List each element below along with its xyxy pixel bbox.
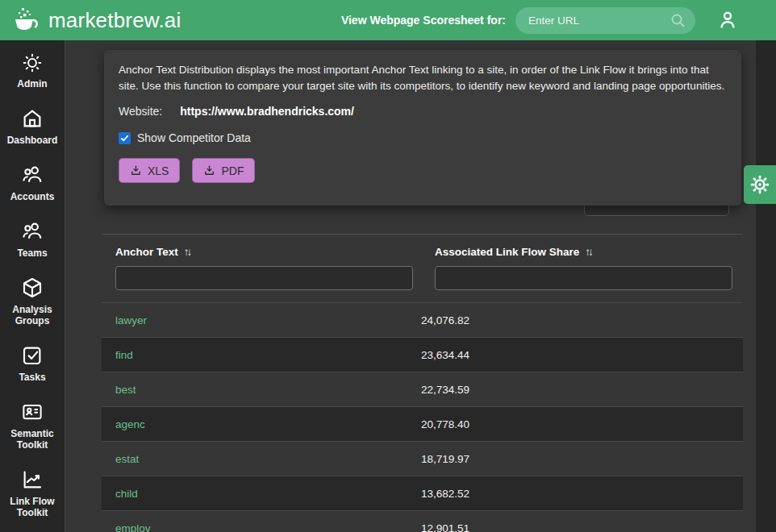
sun-icon <box>21 52 44 74</box>
url-input[interactable] <box>515 7 695 34</box>
app-window: marketbrew.ai View Webpage Scoresheet fo… <box>0 0 776 532</box>
table-row: employ12,901.51 <box>102 510 743 532</box>
right-margin-strip <box>756 40 776 532</box>
anchor-text-filter-input[interactable] <box>115 266 413 290</box>
sidebar-item-teams[interactable]: Teams <box>0 219 65 259</box>
download-icon <box>203 164 215 177</box>
settings-slide-tab[interactable] <box>744 165 776 204</box>
sidebar-label-accounts: Accounts <box>7 191 58 202</box>
table-header: Anchor Text ↑↓ Associated Link Flow Shar… <box>102 242 743 302</box>
link-flow-share-value: 23,634.44 <box>421 349 469 361</box>
user-profile-icon[interactable] <box>716 9 739 31</box>
cube-icon <box>20 276 44 300</box>
sidebar-label-tasks: Tasks <box>15 372 48 383</box>
link-flow-share-value: 22,734.59 <box>421 384 469 396</box>
coffee-cup-logo-icon <box>11 6 42 34</box>
table-row: child13,682.52 <box>102 476 743 510</box>
section-divider <box>102 234 743 235</box>
anchor-text-link[interactable]: lawyer <box>102 314 421 326</box>
main-content: Anchor Text Distribution displays the mo… <box>66 40 776 532</box>
xls-button-label: XLS <box>148 164 169 177</box>
anchor-text-table: Anchor Text ↑↓ Associated Link Flow Shar… <box>102 242 743 532</box>
link-flow-share-value: 24,076.82 <box>421 314 469 326</box>
column-label: Associated Link Flow Share <box>435 246 579 258</box>
people-icon <box>20 219 44 243</box>
table-body: lawyer24,076.82find23,634.44best22,734.5… <box>102 302 743 532</box>
pdf-button-label: PDF <box>221 164 244 177</box>
sidebar-item-tasks[interactable]: Tasks <box>0 343 65 383</box>
anchor-text-link[interactable]: estat <box>102 453 421 465</box>
id-card-icon <box>20 400 44 424</box>
sidebar-item-link-flow-toolkit[interactable]: Link Flow Toolkit <box>0 468 65 518</box>
sidebar-item-accounts[interactable]: Accounts <box>0 163 65 202</box>
anchor-text-info-panel: Anchor Text Distribution displays the mo… <box>104 50 741 206</box>
download-pdf-button[interactable]: PDF <box>192 158 255 183</box>
sidebar-label-dashboard: Dashboard <box>4 135 61 146</box>
show-competitor-data-toggle[interactable]: Show Competitor Data <box>119 131 727 144</box>
sidebar-nav: Admin Dashboard Accounts <box>0 40 65 532</box>
sidebar-label-semantic-toolkit: Semantic Toolkit <box>0 428 65 451</box>
anchor-text-link[interactable]: child <box>102 488 421 500</box>
competitor-data-checkbox[interactable] <box>119 132 131 144</box>
scoresheet-label: View Webpage Scoresheet for: <box>341 14 506 27</box>
table-row: lawyer24,076.82 <box>102 302 743 337</box>
website-url-link[interactable]: https://www.bradhendricks.com/ <box>180 105 354 118</box>
link-flow-share-filter-input[interactable] <box>435 266 732 290</box>
link-flow-share-value: 13,682.52 <box>421 488 469 500</box>
link-flow-share-value: 20,778.40 <box>421 418 469 430</box>
brand-logo[interactable]: marketbrew.ai <box>11 6 181 34</box>
column-header-link-flow-share[interactable]: Associated Link Flow Share ↑↓ <box>435 246 591 258</box>
sidebar-label-teams: Teams <box>14 247 50 259</box>
sidebar-item-semantic-toolkit[interactable]: Semantic Toolkit <box>0 400 65 451</box>
download-xls-button[interactable]: XLS <box>119 158 180 183</box>
people-icon <box>20 163 44 187</box>
panel-description: Anchor Text Distribution displays the mo… <box>119 62 727 94</box>
link-flow-share-value: 18,719.97 <box>421 453 469 465</box>
anchor-text-link[interactable]: best <box>102 384 421 396</box>
sidebar-label-link-flow-toolkit: Link Flow Toolkit <box>0 496 65 518</box>
table-row: best22,734.59 <box>102 372 743 406</box>
table-row: find23,634.44 <box>102 337 743 372</box>
sidebar-item-admin[interactable]: Admin <box>0 52 65 89</box>
website-label: Website: <box>119 105 162 118</box>
table-row: estat18,719.97 <box>102 441 743 476</box>
competitor-data-label: Show Competitor Data <box>137 131 251 144</box>
top-header-bar: marketbrew.ai View Webpage Scoresheet fo… <box>0 0 776 40</box>
brand-name: marketbrew.ai <box>48 8 181 33</box>
sidebar-label-analysis-groups: Analysis Groups <box>0 304 65 326</box>
sidebar-item-analysis-groups[interactable]: Analysis Groups <box>0 276 65 326</box>
home-icon <box>20 106 44 131</box>
sidebar-item-dashboard[interactable]: Dashboard <box>0 106 65 146</box>
anchor-text-link[interactable]: employ <box>102 522 421 532</box>
trend-chart-icon <box>20 468 44 492</box>
anchor-text-link[interactable]: agenc <box>102 418 421 430</box>
table-row: agenc20,778.40 <box>102 406 743 441</box>
download-icon <box>130 164 142 177</box>
column-label: Anchor Text <box>115 246 178 258</box>
search-icon[interactable] <box>670 13 686 28</box>
anchor-text-link[interactable]: find <box>102 349 421 361</box>
sort-arrows-icon[interactable]: ↑↓ <box>585 246 591 258</box>
gear-icon <box>748 172 772 197</box>
link-flow-share-value: 12,901.51 <box>421 522 469 532</box>
sidebar-label-admin: Admin <box>14 78 50 89</box>
sort-arrows-icon[interactable]: ↑↓ <box>184 246 190 258</box>
checkbox-check-icon <box>20 343 44 368</box>
column-header-anchor-text[interactable]: Anchor Text ↑↓ <box>115 246 190 258</box>
